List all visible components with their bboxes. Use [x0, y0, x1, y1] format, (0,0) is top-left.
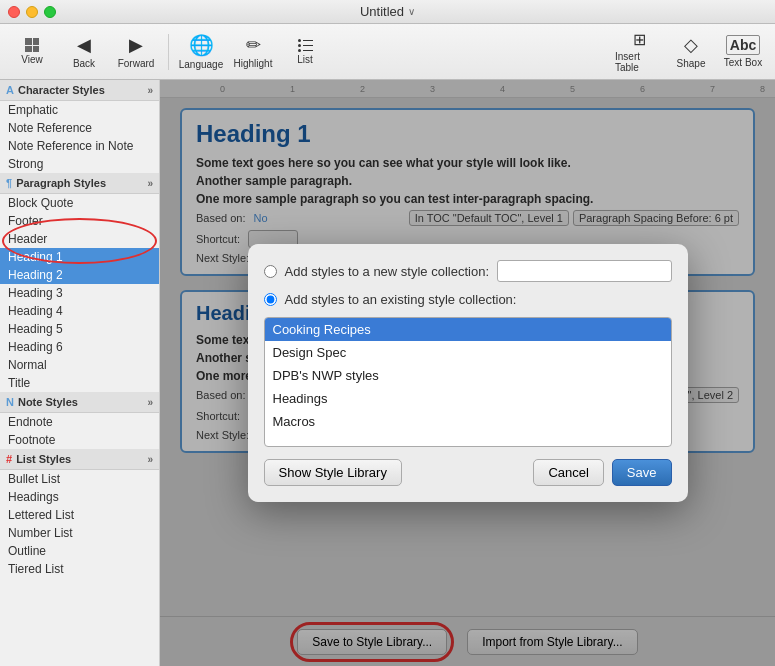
sidebar-item-heading-6[interactable]: Heading 6 [0, 338, 159, 356]
title-bar: Untitled ∨ [0, 0, 775, 24]
modal-list: Cooking Recipes Design Spec DPB's NWP st… [264, 317, 672, 447]
insert-table-icon: ⊞ [633, 30, 646, 49]
forward-icon: ▶ [129, 34, 143, 56]
show-style-library-button[interactable]: Show Style Library [264, 459, 402, 486]
language-icon: 🌐 [189, 33, 214, 57]
sidebar-item-endnote[interactable]: Endnote [0, 413, 159, 431]
sidebar-item-heading-4[interactable]: Heading 4 [0, 302, 159, 320]
modal-list-item-headings[interactable]: Headings [265, 387, 671, 410]
sidebar-item-header[interactable]: Header [0, 230, 159, 248]
shape-button[interactable]: ◇ Shape [667, 28, 715, 76]
sidebar: A Character Styles » Emphatic Note Refer… [0, 80, 160, 666]
sidebar-item-note-reference[interactable]: Note Reference [0, 119, 159, 137]
character-styles-icon: A [6, 84, 14, 96]
sidebar-item-footnote[interactable]: Footnote [0, 431, 159, 449]
toolbar-right: ⊞ Insert Table ◇ Shape Abc Text Box [615, 28, 767, 76]
language-button[interactable]: 🌐 Language [177, 28, 225, 76]
list-styles-icon: # [6, 453, 12, 465]
paragraph-styles-icon: ¶ [6, 177, 12, 189]
text-box-icon: Abc [726, 35, 760, 55]
maximize-button[interactable] [44, 6, 56, 18]
modal-new-collection-input[interactable] [497, 260, 672, 282]
close-button[interactable] [8, 6, 20, 18]
insert-table-button[interactable]: ⊞ Insert Table [615, 28, 663, 76]
list-styles-arrow[interactable]: » [147, 454, 153, 465]
modal-option-2-label[interactable]: Add styles to an existing style collecti… [285, 292, 517, 307]
forward-button[interactable]: ▶ Forward [112, 28, 160, 76]
highlight-button[interactable]: ✏ Highlight [229, 28, 277, 76]
sidebar-item-heading-1[interactable]: Heading 1 [0, 248, 159, 266]
sidebar-item-block-quote[interactable]: Block Quote [0, 194, 159, 212]
note-styles-header[interactable]: N Note Styles » [0, 392, 159, 413]
modal-action-buttons: Cancel Save [533, 459, 671, 486]
sidebar-item-tiered-list[interactable]: Tiered List [0, 560, 159, 578]
sidebar-item-heading-2[interactable]: Heading 2 [0, 266, 159, 284]
sidebar-item-title[interactable]: Title [0, 374, 159, 392]
note-styles-arrow[interactable]: » [147, 397, 153, 408]
title-dropdown-arrow[interactable]: ∨ [408, 6, 415, 17]
text-box-button[interactable]: Abc Text Box [719, 28, 767, 76]
character-styles-header[interactable]: A Character Styles » [0, 80, 159, 101]
sidebar-item-bullet-list[interactable]: Bullet List [0, 470, 159, 488]
sidebar-item-normal[interactable]: Normal [0, 356, 159, 374]
sidebar-item-heading-3[interactable]: Heading 3 [0, 284, 159, 302]
content-area: 0 1 2 3 4 5 6 7 8 Heading 1 Some text go… [160, 80, 775, 666]
sidebar-item-heading-5[interactable]: Heading 5 [0, 320, 159, 338]
paragraph-styles-arrow[interactable]: » [147, 178, 153, 189]
back-icon: ◀ [77, 34, 91, 56]
modal-overlay: Add styles to a new style collection: Ad… [160, 80, 775, 666]
character-styles-arrow[interactable]: » [147, 85, 153, 96]
minimize-button[interactable] [26, 6, 38, 18]
sidebar-item-footer[interactable]: Footer [0, 212, 159, 230]
back-button[interactable]: ◀ Back [60, 28, 108, 76]
sidebar-item-emphatic[interactable]: Emphatic [0, 101, 159, 119]
note-styles-icon: N [6, 396, 14, 408]
list-styles-header[interactable]: # List Styles » [0, 449, 159, 470]
main-layout: A Character Styles » Emphatic Note Refer… [0, 80, 775, 666]
traffic-lights [8, 6, 56, 18]
toolbar-sep-1 [168, 34, 169, 70]
modal-option-2: Add styles to an existing style collecti… [264, 292, 672, 307]
modal-list-item-design-spec[interactable]: Design Spec [265, 341, 671, 364]
modal-list-item-macros[interactable]: Macros [265, 410, 671, 433]
sidebar-item-note-reference-note[interactable]: Note Reference in Note [0, 137, 159, 155]
shape-icon: ◇ [684, 34, 698, 56]
modal-list-item-cooking-recipes[interactable]: Cooking Recipes [265, 318, 671, 341]
modal-radio-1[interactable] [264, 265, 277, 278]
sidebar-item-lettered-list[interactable]: Lettered List [0, 506, 159, 524]
toolbar: View ◀ Back ▶ Forward 🌐 Language ✏ Highl… [0, 24, 775, 80]
modal-dialog: Add styles to a new style collection: Ad… [248, 244, 688, 502]
window-title: Untitled ∨ [360, 4, 415, 19]
modal-radio-2[interactable] [264, 293, 277, 306]
modal-cancel-button[interactable]: Cancel [533, 459, 603, 486]
list-button[interactable]: List [281, 28, 329, 76]
modal-option-1: Add styles to a new style collection: [264, 260, 672, 282]
highlight-icon: ✏ [246, 34, 261, 56]
modal-list-item-dpb-nwp[interactable]: DPB's NWP styles [265, 364, 671, 387]
sidebar-item-strong[interactable]: Strong [0, 155, 159, 173]
modal-buttons: Show Style Library Cancel Save [264, 459, 672, 486]
modal-save-button[interactable]: Save [612, 459, 672, 486]
sidebar-item-outline[interactable]: Outline [0, 542, 159, 560]
view-button[interactable]: View [8, 28, 56, 76]
sidebar-item-headings[interactable]: Headings [0, 488, 159, 506]
list-icon [298, 39, 313, 52]
paragraph-styles-header[interactable]: ¶ Paragraph Styles » [0, 173, 159, 194]
view-icon [25, 38, 39, 52]
modal-option-1-label[interactable]: Add styles to a new style collection: [285, 264, 490, 279]
sidebar-item-number-list[interactable]: Number List [0, 524, 159, 542]
